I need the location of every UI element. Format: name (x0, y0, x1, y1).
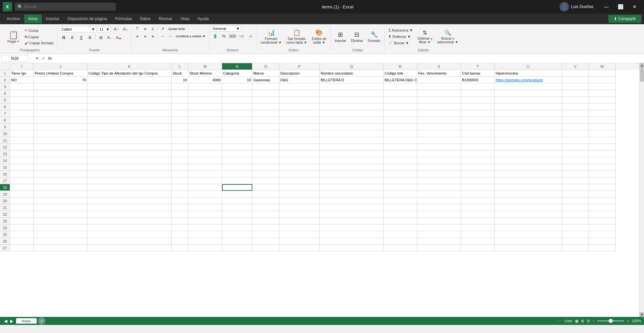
cell-U10[interactable] (495, 130, 562, 137)
cell-S20[interactable] (417, 198, 461, 204)
tab-vista[interactable]: Vista (176, 14, 193, 23)
cell-U1[interactable]: Hipervínculos (495, 70, 562, 77)
row-header-14[interactable]: 14 (0, 157, 10, 164)
copy-button[interactable]: ⧉ Copiar (23, 34, 56, 40)
cell-W27[interactable] (589, 245, 616, 251)
cell-U7[interactable] (495, 110, 562, 117)
cell-Q3[interactable] (320, 83, 384, 90)
cell-M7[interactable] (188, 110, 222, 117)
sheet-nav-right-button[interactable]: ▶ (9, 319, 15, 324)
col-header-Q[interactable]: Q (320, 63, 384, 70)
vertical-scrollbar[interactable]: ▲ ▼ (639, 63, 644, 317)
cell-V21[interactable] (562, 204, 589, 211)
col-header-V[interactable]: V (562, 63, 589, 70)
row-header-17[interactable]: 17 (0, 177, 10, 184)
cell-R17[interactable] (384, 177, 417, 184)
cell-J20[interactable] (34, 198, 87, 204)
cell-I17[interactable] (10, 177, 34, 184)
cell-I5[interactable] (10, 97, 34, 103)
scroll-down-button[interactable]: ▼ (640, 312, 644, 317)
cell-M17[interactable] (188, 177, 222, 184)
cell-O10[interactable] (252, 130, 279, 137)
cell-K25[interactable] (87, 231, 172, 238)
cell-I22[interactable] (10, 211, 34, 218)
cell-S24[interactable] (417, 224, 461, 231)
cell-K4[interactable] (87, 90, 172, 97)
cell-I2[interactable]: NO (10, 77, 34, 83)
cell-R21[interactable] (384, 204, 417, 211)
cell-K5[interactable] (87, 97, 172, 103)
cell-L18[interactable] (172, 184, 188, 191)
align-bottom-button[interactable]: ⊥ (149, 26, 156, 32)
cell-Q16[interactable] (320, 171, 384, 177)
cell-M13[interactable] (188, 151, 222, 157)
cell-V10[interactable] (562, 130, 589, 137)
cell-J15[interactable] (34, 164, 87, 171)
row-header-23[interactable]: 23 (0, 218, 10, 224)
cell-U17[interactable] (495, 177, 562, 184)
cell-P24[interactable] (279, 224, 320, 231)
cell-I23[interactable] (10, 218, 34, 224)
cell-P11[interactable] (279, 137, 320, 144)
cell-L7[interactable] (172, 110, 188, 117)
cell-P13[interactable] (279, 151, 320, 157)
scroll-thumb[interactable] (640, 68, 644, 82)
cell-Q22[interactable] (320, 211, 384, 218)
cell-L14[interactable] (172, 157, 188, 164)
cell-P18[interactable] (279, 184, 320, 191)
row-header-12[interactable]: 12 (0, 144, 10, 151)
cell-V15[interactable] (562, 164, 589, 171)
cell-S26[interactable] (417, 238, 461, 245)
cell-O6[interactable] (252, 103, 279, 110)
cell-O5[interactable] (252, 97, 279, 103)
cell-L13[interactable] (172, 151, 188, 157)
cell-T1[interactable]: Cód barras (461, 70, 495, 77)
cell-O20[interactable] (252, 198, 279, 204)
cell-T12[interactable] (461, 144, 495, 151)
cell-V2[interactable] (562, 77, 589, 83)
cell-O17[interactable] (252, 177, 279, 184)
cell-Q14[interactable] (320, 157, 384, 164)
cell-P25[interactable] (279, 231, 320, 238)
cell-V14[interactable] (562, 157, 589, 164)
align-center-button[interactable]: ≡ (141, 33, 149, 39)
cell-S4[interactable] (417, 90, 461, 97)
cell-O11[interactable] (252, 137, 279, 144)
cell-O19[interactable] (252, 191, 279, 198)
cell-S13[interactable] (417, 151, 461, 157)
cell-M27[interactable] (188, 245, 222, 251)
cell-U24[interactable] (495, 224, 562, 231)
cell-W3[interactable] (589, 83, 616, 90)
font-size-dropdown[interactable]: 11 ▼ (98, 26, 111, 32)
cell-Q1[interactable]: Nombre secundario (320, 70, 384, 77)
cell-R3[interactable] (384, 83, 417, 90)
cell-L16[interactable] (172, 171, 188, 177)
cell-T23[interactable] (461, 218, 495, 224)
row-header-21[interactable]: 21 (0, 204, 10, 211)
sheet-tab-hoja1[interactable]: Hoja1 (16, 318, 37, 324)
cell-O16[interactable] (252, 171, 279, 177)
cell-N2[interactable]: 10 (222, 77, 252, 83)
cell-Q25[interactable] (320, 231, 384, 238)
cell-P26[interactable] (279, 238, 320, 245)
cell-Q5[interactable] (320, 97, 384, 103)
angle-text-button[interactable]: ↗ (159, 26, 166, 32)
cell-O15[interactable] (252, 164, 279, 171)
cell-W21[interactable] (589, 204, 616, 211)
cell-K17[interactable] (87, 177, 172, 184)
cell-O21[interactable] (252, 204, 279, 211)
row-header-1[interactable]: 1 (0, 70, 10, 77)
row-header-16[interactable]: 16 (0, 171, 10, 177)
cell-M14[interactable] (188, 157, 222, 164)
cell-U2[interactable]: https://ejemplo.com/producto (495, 77, 562, 83)
cell-N21[interactable] (222, 204, 252, 211)
cell-R5[interactable] (384, 97, 417, 103)
cell-I26[interactable] (10, 238, 34, 245)
align-top-button[interactable]: ⊤ (134, 26, 141, 32)
cell-J11[interactable] (34, 137, 87, 144)
underline-button[interactable]: S (77, 34, 85, 41)
cell-K12[interactable] (87, 144, 172, 151)
cell-T20[interactable] (461, 198, 495, 204)
cell-O9[interactable] (252, 124, 279, 130)
cell-J27[interactable] (34, 245, 87, 251)
